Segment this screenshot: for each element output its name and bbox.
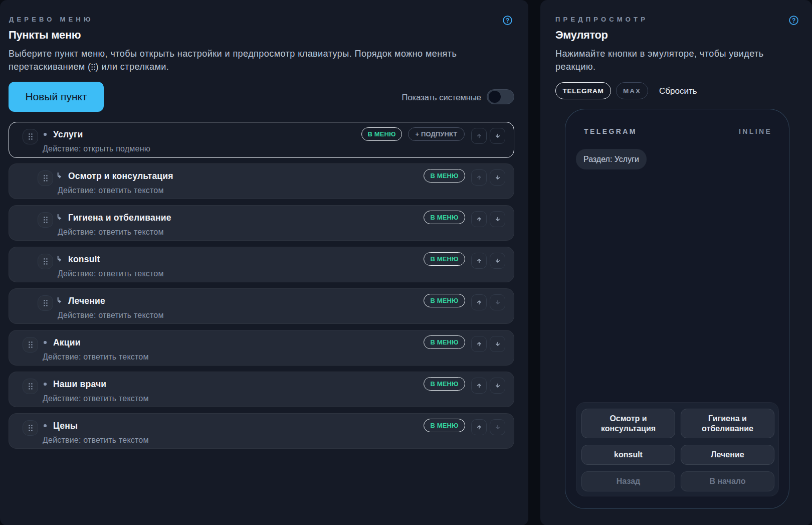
svg-text:?: ? (792, 17, 795, 24)
svg-text:?: ? (506, 17, 509, 24)
